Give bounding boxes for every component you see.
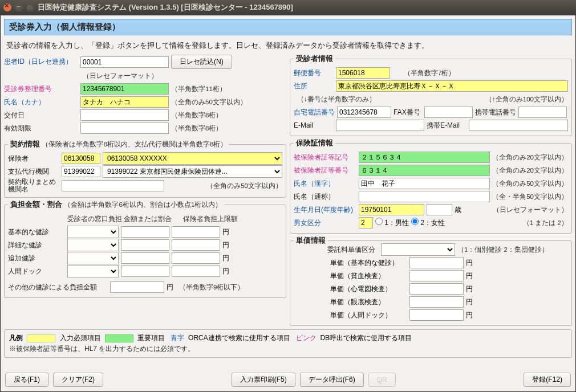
issue-date-hint: （半角数字8桁） <box>171 111 222 120</box>
alias-hint: （全・半角50文字以内） <box>492 193 568 201</box>
burden-row4-select[interactable] <box>67 265 119 277</box>
sex-radio-female[interactable]: 2：女性 <box>411 218 445 228</box>
burden-legend-hint: （金額は半角数字6桁以内、割合は小数点1桁以内） <box>64 201 222 208</box>
recipient-info-group: 受診者情報 郵便番号 （半角数字7桁） 住所 （↓番号は半角数字のみ） （↑全角… <box>290 54 572 136</box>
ticket-no-input[interactable] <box>80 83 169 95</box>
price-r5-input[interactable] <box>409 309 464 321</box>
burden-row2-limit[interactable] <box>172 239 220 251</box>
cert-sym-hint: （全角のみ20文字以内） <box>492 153 568 162</box>
price-r2-input[interactable] <box>409 270 464 281</box>
agency-label: 支払代行機関 <box>8 167 59 177</box>
burden-col2: 金額または割合 <box>124 215 181 223</box>
price-r5-label: 単価（人間ドック） <box>330 311 407 320</box>
swatch-green <box>105 334 133 342</box>
cert-no-hint: （全角のみ20文字以内） <box>492 166 568 175</box>
legend-green: 重要項目 <box>137 334 165 342</box>
close-icon[interactable] <box>3 3 11 11</box>
age-input[interactable] <box>427 204 452 215</box>
patient-id-label: 患者ID（日レセ連携） <box>4 57 78 67</box>
burden-row2-select[interactable] <box>67 239 119 251</box>
price-r3-label: 単価（心電図検査） <box>330 284 407 294</box>
patient-id-input[interactable] <box>80 56 169 68</box>
burden-row1-label: 基本的な健診 <box>8 227 65 237</box>
burden-col3: 保険者負担上限額 <box>183 215 238 223</box>
page-subtext: 受診者の情報を入力し、「登録」ボタンを押して情報を登録します。日レセ、登録済みデ… <box>4 35 572 54</box>
qr-button: QR <box>368 373 396 387</box>
print-button[interactable]: 入力票印刷(F5) <box>232 373 295 387</box>
org-name-input[interactable] <box>62 180 164 191</box>
price-r2-label: 単価（貧血検査） <box>330 271 407 281</box>
alias-input[interactable] <box>359 191 490 202</box>
zip-input[interactable] <box>336 67 390 79</box>
burden-row3-label: 追加健診 <box>8 254 65 263</box>
insurer-name-select[interactable]: 06130058 XXXXXX <box>103 152 282 165</box>
burden-row1-select[interactable] <box>67 226 119 238</box>
addr-hint-r: （↑全角のみ100文字以内） <box>485 95 568 104</box>
legend-blue-head: 青字 <box>171 334 184 342</box>
burden-row1-limit[interactable] <box>172 226 220 238</box>
titlebar: 日医特定健康診査システム (Version 1.3.5) [日医検診センター -… <box>0 0 576 15</box>
orca-load-button[interactable]: 日レセ読込(N) <box>171 55 232 69</box>
org-label: 契約取りまとめ機関名 <box>8 178 59 193</box>
burden-row4-amount[interactable] <box>121 266 169 277</box>
expiry-date-hint: （半角数字8桁） <box>171 124 222 133</box>
minimize-icon[interactable] <box>15 3 23 11</box>
legend-yellow: 入力必須項目 <box>60 334 101 342</box>
burden-row3-amount[interactable] <box>121 252 169 264</box>
mobile-input[interactable] <box>518 107 567 118</box>
dob-label: 生年月日(年度年齢) <box>294 205 356 215</box>
ticket-no-hint: （半角数字11桁） <box>171 85 226 93</box>
contract-info-group: 契約情報 （保険者は半角数字8桁以内、支払代行機関は半角数字8桁） 保険者 06… <box>4 140 286 198</box>
fax-input[interactable] <box>424 107 473 118</box>
kanji-input[interactable] <box>359 178 490 189</box>
zip-label: 郵便番号 <box>294 68 334 78</box>
agency-code-input[interactable] <box>62 166 100 177</box>
legend-pink: DB呼出で検索に使用する項目 <box>320 334 412 342</box>
burden-row3-limit[interactable] <box>172 252 220 264</box>
legend-box: 凡例 入力必須項目 重要項目 青字 ORCA連携で検索に使用する項目 ピンク D… <box>4 329 572 358</box>
patient-id-group: 患者ID（日レセ連携） 日レセ読込(N) （日レセフォーマット） 受診券整理番号… <box>4 54 286 137</box>
addr-input[interactable] <box>336 80 568 92</box>
addr-hint-l: （↓番号は半角数字のみ） <box>297 95 376 104</box>
submit-button[interactable]: 登録(F12) <box>524 373 571 387</box>
price-r1-label: 単価（基本的な健診） <box>330 258 407 268</box>
cert-no-input[interactable] <box>359 165 490 176</box>
burden-other-input[interactable] <box>110 281 164 293</box>
expiry-date-input[interactable] <box>80 122 169 134</box>
email-input[interactable] <box>336 120 424 131</box>
kanji-hint: （全角のみ50文字以内） <box>492 179 568 188</box>
agency-name-select[interactable]: 91399022 東京都国民健康保険団体連... <box>103 165 282 178</box>
ticket-no-label: 受診券整理番号 <box>4 84 78 94</box>
maximize-icon[interactable] <box>26 3 34 11</box>
back-button[interactable]: 戻る(F1) <box>5 373 48 387</box>
recall-button[interactable]: データ呼出(F6) <box>300 373 364 387</box>
issue-date-input[interactable] <box>80 109 169 121</box>
clear-button[interactable]: クリア(F2) <box>53 373 103 387</box>
sex-radio-male[interactable]: 1：男性 <box>375 218 409 228</box>
price-r4-input[interactable] <box>409 296 464 308</box>
swatch-yellow <box>27 334 55 342</box>
window-body: 受診券入力（個人情報登録） 受診者の情報を入力し、「登録」ボタンを押して情報を登… <box>0 15 576 392</box>
burden-group: 負担金額・割合 （金額は半角数字6桁以内、割合は小数点1桁以内） 受診者の窓口負… <box>4 200 286 298</box>
burden-row4-limit[interactable] <box>172 266 220 277</box>
contract-legend: 契約情報 <box>10 140 40 148</box>
alias-label: 氏名（通称） <box>294 192 356 202</box>
sex-input[interactable] <box>359 217 373 228</box>
burden-row3-select[interactable] <box>67 252 119 264</box>
kana-input[interactable] <box>80 96 169 108</box>
insurer-code-input[interactable] <box>62 153 100 164</box>
burden-row1-amount[interactable] <box>121 226 169 238</box>
mobile-email-input[interactable] <box>469 120 568 131</box>
cert-sym-input[interactable] <box>359 152 490 163</box>
price-class-select[interactable] <box>381 243 455 256</box>
price-r3-input[interactable] <box>409 283 464 295</box>
hometel-input[interactable] <box>337 107 391 118</box>
burden-row2-amount[interactable] <box>121 239 169 251</box>
page-banner: 受診券入力（個人情報登録） <box>4 19 572 35</box>
price-r1-input[interactable] <box>409 257 464 268</box>
price-class-hint: （1：個別健診 2：集団健診） <box>457 246 549 254</box>
dob-input[interactable] <box>359 204 424 215</box>
dob-hint: （日レセフォーマット） <box>493 206 568 214</box>
mobile-email-label: 携帯E-Mail <box>427 121 467 130</box>
issue-date-label: 交付日 <box>4 111 78 120</box>
